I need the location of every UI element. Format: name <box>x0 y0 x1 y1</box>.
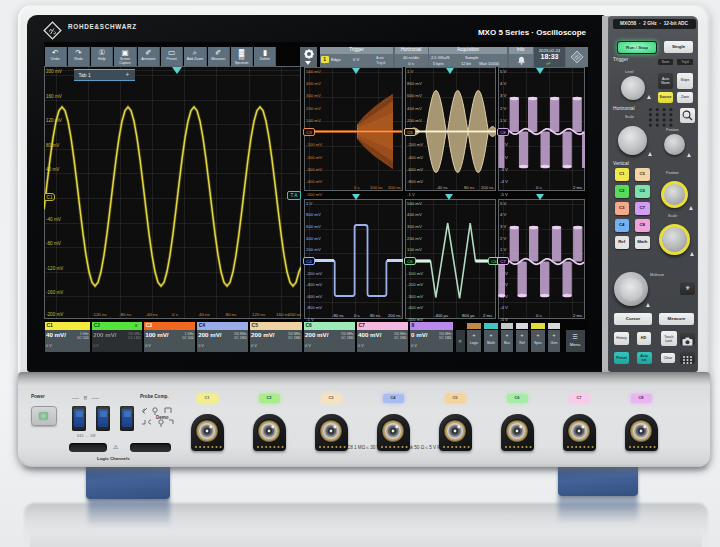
svg-text:Demo: Demo <box>156 415 169 420</box>
